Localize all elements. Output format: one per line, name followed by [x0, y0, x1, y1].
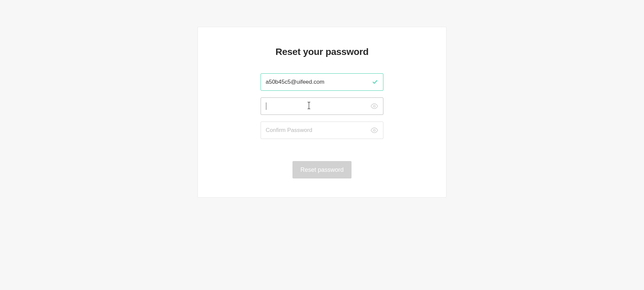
text-caret [266, 102, 266, 110]
reset-password-button[interactable]: Reset password [292, 161, 352, 178]
svg-point-0 [373, 105, 375, 107]
eye-icon[interactable] [371, 127, 378, 134]
password-input[interactable] [261, 97, 383, 115]
reset-password-form: Reset password [261, 73, 383, 178]
password-input-wrapper [261, 97, 383, 115]
reset-password-card: Reset your password [198, 27, 446, 198]
email-input-wrapper [261, 73, 383, 91]
svg-point-1 [373, 129, 375, 131]
check-icon [372, 79, 378, 85]
confirm-password-input-wrapper [261, 122, 383, 139]
page-title: Reset your password [275, 47, 369, 57]
email-input[interactable] [261, 73, 383, 91]
eye-icon[interactable] [371, 102, 378, 110]
confirm-password-input[interactable] [261, 122, 383, 139]
